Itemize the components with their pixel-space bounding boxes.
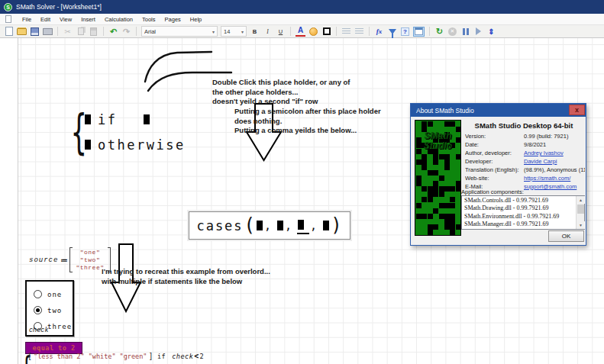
placeholder[interactable]	[323, 221, 329, 230]
font-color-icon[interactable]: A	[296, 26, 305, 37]
dialog-heading: SMath Studio Desktop 64-bit	[463, 121, 585, 130]
cases-function-name: cases	[196, 218, 243, 234]
list-item[interactable]: SMath.Manager.dll - 0.99.7921.69	[464, 221, 575, 228]
list-item[interactable]: SMath.Environment.dll - 0.99.7921.69	[464, 213, 575, 221]
app-window: S SMath Solver - [Worksheet1*] File Edit…	[0, 0, 604, 364]
radio-group-caption: check	[29, 327, 49, 334]
scroll-up-icon[interactable]: ▲	[577, 196, 585, 204]
filter-icon[interactable]	[387, 26, 397, 37]
placeholder[interactable]	[277, 221, 283, 230]
radio-circle[interactable]	[34, 306, 42, 314]
page-margin-line	[18, 38, 18, 364]
align-icon[interactable]	[354, 26, 364, 37]
menu-edit[interactable]: Edit	[36, 14, 55, 25]
scrollbar-thumb[interactable]	[577, 205, 584, 214]
menu-view[interactable]: View	[55, 14, 76, 25]
window-title: SMath Solver - [Worksheet1*]	[16, 3, 102, 11]
bold-button[interactable]: B	[250, 26, 260, 37]
menu-file[interactable]: File	[18, 14, 36, 25]
menu-insert[interactable]: Insert	[76, 14, 100, 25]
italic-button[interactable]: I	[263, 26, 273, 37]
radio-circle[interactable]	[34, 290, 42, 298]
new-document-icon[interactable]	[4, 26, 14, 37]
website-link[interactable]: https://smath.com/	[524, 175, 570, 182]
list-item[interactable]: SMath.Drawing.dll - 0.99.7921.69	[464, 205, 575, 212]
menu-tools[interactable]: Tools	[137, 14, 160, 25]
cut-icon[interactable]: ✂	[63, 26, 73, 37]
annotation-semicolon: Putting a semicolon after this place hol…	[234, 107, 381, 136]
toolbar: ✂ ↶ ↷ Arial ▾ 14 ▾ B I U A fx ? ↻ ✕	[0, 25, 604, 38]
if-otherwise-expression[interactable]: { if otherwise	[71, 105, 186, 159]
font-family-value: Arial	[144, 28, 156, 35]
placeholder[interactable]	[298, 220, 304, 230]
play-icon[interactable]	[473, 26, 483, 37]
radio-option[interactable]: two	[34, 302, 73, 318]
menu-help[interactable]: Help	[186, 14, 206, 25]
components-label: Application components:	[461, 188, 524, 195]
about-field: Version:0.99 (build: 7921)	[465, 133, 585, 141]
dialog-title: About SMath Studio	[416, 107, 474, 114]
radio-option[interactable]: one	[34, 286, 73, 302]
save-icon[interactable]	[30, 26, 40, 37]
about-dialog: About SMath Studio x SMath Studio SMath …	[410, 103, 586, 246]
worksheet-canvas[interactable]: Double Click this place holder, or any o…	[0, 38, 604, 364]
cases-expression[interactable]: cases(,,,)	[189, 211, 350, 240]
chevron-down-icon: ▾	[212, 29, 215, 34]
close-icon[interactable]: x	[569, 105, 585, 115]
about-field: Author, developer:Andrey Ivashov	[465, 150, 585, 158]
recalculate-icon[interactable]: ↻	[434, 26, 444, 37]
dialog-titlebar[interactable]: About SMath Studio	[411, 104, 586, 117]
multi-if-cases-expression[interactable]: { ["less than 2" "white" "green"] ifchec…	[21, 352, 249, 364]
menu-calculation[interactable]: Calculation	[100, 14, 137, 25]
ok-button[interactable]: OK	[548, 230, 584, 242]
redo-icon[interactable]: ↷	[121, 26, 131, 37]
placeholder[interactable]	[257, 221, 263, 230]
align-icon[interactable]	[341, 26, 351, 37]
menu-pages[interactable]: Pages	[160, 14, 186, 25]
author-link[interactable]: Andrey Ivashov	[524, 150, 564, 156]
side-panel-toggle-icon[interactable]	[413, 26, 425, 37]
scroll-down-icon[interactable]: ▼	[577, 221, 585, 229]
left-brace: {	[71, 105, 79, 159]
chevron-down-icon: ▾	[241, 29, 244, 34]
if-keyword: if	[98, 112, 117, 127]
open-paren: (	[244, 214, 255, 236]
text-cursor	[297, 217, 309, 234]
about-field: Developer:Davide Carpi	[465, 158, 585, 166]
otherwise-keyword: otherwise	[98, 137, 186, 153]
radio-group-box: one two three check	[25, 280, 74, 337]
undo-icon[interactable]: ↶	[108, 26, 118, 37]
cases-row: ["less than 2" "white" "green"] ifcheck<…	[27, 352, 249, 363]
email-link[interactable]: support@smath.com	[524, 183, 577, 190]
close-paren: )	[331, 214, 341, 236]
source-definition[interactable]: source ≔ "one" "two" "three"	[29, 247, 111, 272]
about-field: Translation (English):(98.9%), Anonymous…	[465, 166, 585, 175]
placeholder[interactable]	[144, 114, 150, 124]
list-item[interactable]: SMath.Controls.dll - 0.99.7921.69	[464, 197, 575, 205]
paste-icon[interactable]	[89, 26, 99, 37]
highlight-color-icon[interactable]	[308, 26, 318, 37]
developer-link[interactable]: Davide Carpi	[524, 158, 557, 165]
annotation-recreate: I'm trying to recreat this example from …	[102, 267, 270, 286]
titlebar: S SMath Solver - [Worksheet1*]	[0, 0, 604, 14]
smath-app-icon: S	[4, 3, 12, 11]
about-field: Date:9/8/2021	[465, 141, 585, 150]
print-icon[interactable]	[43, 26, 53, 37]
font-family-select[interactable]: Arial ▾	[141, 26, 218, 37]
components-listbox[interactable]: SMath.Controls.dll - 0.99.7921.69 SMath.…	[461, 195, 585, 230]
sort-updown-icon[interactable]: ⇕	[486, 26, 496, 37]
copy-icon[interactable]	[76, 26, 86, 37]
stop-icon[interactable]: ✕	[447, 26, 457, 37]
help-icon[interactable]: ?	[400, 26, 410, 37]
underline-button[interactable]: U	[276, 26, 286, 37]
pause-icon[interactable]	[460, 26, 470, 37]
menubar: File Edit View Insert Calculation Tools …	[0, 14, 604, 25]
about-field: Web-site:https://smath.com/	[465, 175, 585, 183]
font-size-select[interactable]: 14 ▾	[221, 26, 247, 37]
function-icon[interactable]: fx	[374, 26, 384, 37]
matrix-bracket	[108, 247, 111, 272]
definition-operator: ≔	[60, 256, 67, 264]
open-file-icon[interactable]	[17, 26, 27, 37]
border-icon[interactable]	[321, 26, 331, 37]
scrollbar[interactable]: ▲ ▼	[576, 196, 584, 229]
